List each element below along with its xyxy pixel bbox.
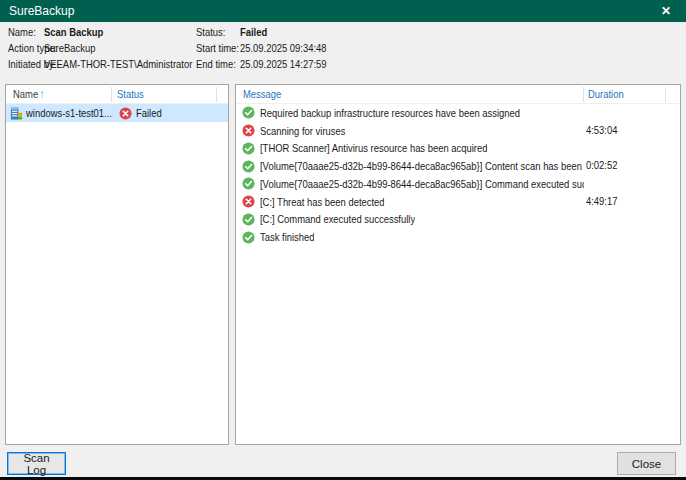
vm-icon <box>10 107 23 120</box>
start-time-value: 25.09.2025 09:34:48 <box>240 40 327 56</box>
column-header-status[interactable]: Status <box>117 87 144 102</box>
close-icon[interactable]: ✕ <box>655 0 677 22</box>
log-message: [THOR Scanner] Antivirus resource has be… <box>260 142 487 154</box>
log-message: Required backup infrastructure resources… <box>260 107 520 119</box>
name-value: Scan Backup <box>44 24 103 40</box>
vm-name: windows-s1-test01... <box>26 107 112 119</box>
log-row[interactable]: [Volume{70aaae25-d32b-4b99-8644-deca8ac9… <box>236 157 680 175</box>
success-icon <box>242 231 255 244</box>
log-panel: Message Duration Required backup infrast… <box>235 84 681 445</box>
column-divider[interactable] <box>216 87 217 102</box>
log-message: [Volume{70aaae25-d32b-4b99-8644-deca8ac9… <box>260 160 584 172</box>
action-type-value: SureBackup <box>44 40 95 56</box>
log-message: [C:] Threat has been detected <box>260 196 385 208</box>
summary-row: Action type: SureBackup Start time: 25.0… <box>0 40 686 56</box>
end-time-label: End time: <box>196 56 236 72</box>
log-row[interactable]: Scanning for viruses 4:53:04 <box>236 122 680 140</box>
log-row[interactable]: Required backup infrastructure resources… <box>236 104 680 122</box>
error-icon <box>242 195 255 208</box>
column-divider[interactable] <box>665 87 666 102</box>
log-duration: 0:02:52 <box>586 157 617 175</box>
log-row[interactable]: [THOR Scanner] Antivirus resource has be… <box>236 140 680 158</box>
error-icon <box>242 124 255 137</box>
column-header-name[interactable]: Name↑ <box>13 87 45 102</box>
vm-list-row[interactable]: windows-s1-test01... Failed <box>6 104 228 122</box>
log-row[interactable]: Task finished <box>236 228 680 246</box>
status-value: Failed <box>240 24 267 40</box>
status-label: Status: <box>196 24 225 40</box>
window-title: SureBackup <box>9 4 74 18</box>
window-titlebar: SureBackup ✕ <box>0 0 686 22</box>
log-message: [C:] Command executed successfully <box>260 213 415 225</box>
log-row[interactable]: [Volume{70aaae25-d32b-4b99-8644-deca8ac9… <box>236 175 680 193</box>
column-divider[interactable] <box>111 87 112 102</box>
success-icon <box>242 160 255 173</box>
success-icon <box>242 213 255 226</box>
column-header-duration[interactable]: Duration <box>588 87 624 102</box>
log-row[interactable]: [C:] Command executed successfully <box>236 211 680 229</box>
close-button[interactable]: Close <box>617 452 676 475</box>
log-message: Task finished <box>260 231 315 243</box>
column-header-message[interactable]: Message <box>243 87 281 102</box>
name-label: Name: <box>8 24 36 40</box>
start-time-label: Start time: <box>196 40 239 56</box>
log-message: [Volume{70aaae25-d32b-4b99-8644-deca8ac9… <box>260 178 584 190</box>
scan-log-button[interactable]: Scan Log <box>7 452 66 475</box>
log-message: Scanning for viruses <box>260 125 345 137</box>
success-icon <box>242 106 255 119</box>
vm-list-panel: Name↑ Status windows-s1-test01... Failed <box>5 84 229 445</box>
summary-header: Name: Scan Backup Status: Failed Action … <box>0 22 686 82</box>
summary-row: Initiated by: VEEAM-THOR-TEST\Administra… <box>0 56 686 72</box>
end-time-value: 25.09.2025 14:27:59 <box>240 56 327 72</box>
vm-list-header: Name↑ Status <box>6 85 228 104</box>
sort-ascending-icon: ↑ <box>40 88 45 100</box>
column-divider[interactable] <box>583 87 584 102</box>
log-header: Message Duration <box>236 85 680 104</box>
log-duration: 4:53:04 <box>586 122 617 140</box>
summary-row: Name: Scan Backup Status: Failed <box>0 24 686 40</box>
error-icon <box>119 107 132 120</box>
log-rows: Required backup infrastructure resources… <box>236 104 680 246</box>
success-icon <box>242 177 255 190</box>
initiated-by-value: VEEAM-THOR-TEST\Administrator <box>44 56 192 72</box>
vm-status: Failed <box>136 107 162 119</box>
success-icon <box>242 142 255 155</box>
log-row[interactable]: [C:] Threat has been detected 4:49:17 <box>236 193 680 211</box>
log-duration: 4:49:17 <box>586 193 617 211</box>
